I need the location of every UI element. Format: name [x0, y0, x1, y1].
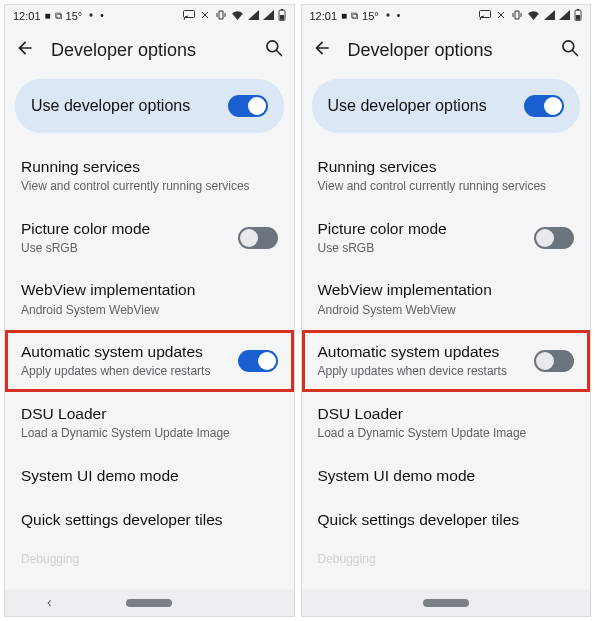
nav-bar [302, 590, 591, 616]
row-subtitle: Android System WebView [318, 303, 492, 319]
hero-card: Use developer options [15, 79, 284, 133]
svg-rect-10 [577, 9, 579, 10]
hero-title: Use developer options [31, 97, 190, 115]
weather-icon [86, 10, 96, 22]
back-arrow-icon[interactable] [312, 38, 332, 62]
statusbar-right [479, 9, 582, 23]
row-title: Quick settings developer tiles [21, 510, 223, 530]
section-label-debugging: Debugging [302, 542, 591, 566]
row-title: WebView implementation [318, 280, 492, 300]
nav-back-icon[interactable]: ‹ [47, 594, 52, 610]
automatic-system-updates-toggle[interactable] [238, 350, 278, 372]
signal-icon [544, 10, 555, 22]
picture-color-mode-row[interactable]: Picture color mode Use sRGB [302, 207, 591, 269]
picture-color-mode-toggle[interactable] [238, 227, 278, 249]
svg-point-7 [386, 13, 389, 16]
statusbar-left: 12:01 ■ ⧉ 15° • [13, 10, 104, 22]
back-arrow-icon[interactable] [15, 38, 35, 62]
automatic-system-updates-toggle[interactable] [534, 350, 574, 372]
statusbar-app-icon-2: ⧉ [351, 11, 358, 21]
row-title: Picture color mode [21, 219, 150, 239]
row-subtitle: Android System WebView [21, 303, 195, 319]
running-services-row[interactable]: Running services View and control curren… [5, 145, 294, 207]
row-title: System UI demo mode [21, 466, 179, 486]
row-subtitle: Apply updates when device restarts [21, 364, 210, 380]
picture-color-mode-toggle[interactable] [534, 227, 574, 249]
status-bar: 12:01 ■ ⧉ 15° • [5, 5, 294, 27]
quick-settings-developer-tiles-row[interactable]: Quick settings developer tiles [5, 498, 294, 542]
link-icon [495, 10, 507, 22]
statusbar-temp: 15° [66, 10, 83, 22]
row-subtitle: Use sRGB [318, 241, 447, 257]
app-header: Developer options [5, 27, 294, 73]
wifi-icon [527, 10, 540, 22]
link-icon [199, 10, 211, 22]
status-bar: 12:01 ■ ⧉ 15° • [302, 5, 591, 27]
hero-title: Use developer options [328, 97, 487, 115]
phone-screen-left: 12:01 ■ ⧉ 15° • Developer options Use de… [4, 4, 295, 617]
svg-point-0 [90, 13, 93, 16]
svg-rect-3 [280, 9, 282, 10]
svg-line-6 [276, 51, 281, 56]
row-subtitle: Apply updates when device restarts [318, 364, 507, 380]
vibrate-icon [215, 9, 227, 23]
row-title: Automatic system updates [21, 342, 210, 362]
statusbar-left: 12:01 ■ ⧉ 15° • [310, 10, 401, 22]
system-ui-demo-mode-row[interactable]: System UI demo mode [302, 454, 591, 498]
section-label-debugging: Debugging [5, 542, 294, 566]
statusbar-time: 12:01 [310, 10, 338, 22]
settings-list: Running services View and control curren… [5, 145, 294, 566]
automatic-system-updates-row[interactable]: Automatic system updates Apply updates w… [5, 330, 294, 392]
hero-card: Use developer options [312, 79, 581, 133]
nav-bar: ‹ [5, 590, 294, 616]
svg-line-13 [573, 51, 578, 56]
row-title: Running services [318, 157, 547, 177]
weather-icon [383, 10, 393, 22]
svg-rect-4 [279, 15, 283, 20]
row-subtitle: Load a Dynamic System Update Image [21, 426, 230, 442]
statusbar-right [183, 9, 286, 23]
cast-icon [479, 10, 491, 22]
webview-implementation-row[interactable]: WebView implementation Android System We… [5, 268, 294, 330]
app-header: Developer options [302, 27, 591, 73]
picture-color-mode-row[interactable]: Picture color mode Use sRGB [5, 207, 294, 269]
row-title: Running services [21, 157, 250, 177]
vibrate-icon [511, 9, 523, 23]
statusbar-time: 12:01 [13, 10, 41, 22]
statusbar-dot: • [397, 11, 401, 21]
dsu-loader-row[interactable]: DSU Loader Load a Dynamic System Update … [302, 392, 591, 454]
webview-implementation-row[interactable]: WebView implementation Android System We… [302, 268, 591, 330]
row-title: System UI demo mode [318, 466, 476, 486]
row-title: DSU Loader [21, 404, 230, 424]
statusbar-temp: 15° [362, 10, 379, 22]
developer-options-toggle[interactable] [524, 95, 564, 117]
row-title: WebView implementation [21, 280, 195, 300]
search-icon[interactable] [560, 38, 580, 62]
running-services-row[interactable]: Running services View and control curren… [302, 145, 591, 207]
phone-screen-right: 12:01 ■ ⧉ 15° • Developer options Use de… [301, 4, 592, 617]
nav-pill[interactable] [126, 599, 172, 607]
developer-options-toggle[interactable] [228, 95, 268, 117]
automatic-system-updates-row[interactable]: Automatic system updates Apply updates w… [302, 330, 591, 392]
row-title: Picture color mode [318, 219, 447, 239]
nav-pill[interactable] [423, 599, 469, 607]
dsu-loader-row[interactable]: DSU Loader Load a Dynamic System Update … [5, 392, 294, 454]
row-title: DSU Loader [318, 404, 527, 424]
row-title: Quick settings developer tiles [318, 510, 520, 530]
row-subtitle: View and control currently running servi… [21, 179, 250, 195]
page-title: Developer options [348, 40, 545, 61]
row-subtitle: Load a Dynamic System Update Image [318, 426, 527, 442]
statusbar-app-icon-2: ⧉ [55, 11, 62, 21]
statusbar-app-icon: ■ [341, 11, 347, 21]
row-title: Automatic system updates [318, 342, 507, 362]
cast-icon [183, 10, 195, 22]
quick-settings-developer-tiles-row[interactable]: Quick settings developer tiles [302, 498, 591, 542]
signal-icon-2 [263, 10, 274, 22]
statusbar-app-icon: ■ [45, 11, 51, 21]
signal-icon-2 [559, 10, 570, 22]
search-icon[interactable] [264, 38, 284, 62]
row-subtitle: Use sRGB [21, 241, 150, 257]
settings-list: Running services View and control curren… [302, 145, 591, 566]
system-ui-demo-mode-row[interactable]: System UI demo mode [5, 454, 294, 498]
page-title: Developer options [51, 40, 248, 61]
